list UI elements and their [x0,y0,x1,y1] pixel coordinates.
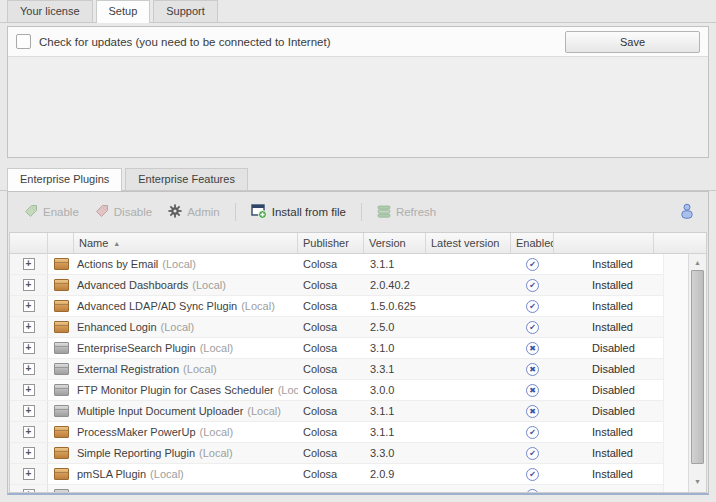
expand-row-icon[interactable]: + [23,489,35,492]
plugin-name: Advanced LDAP/AD Sync Plugin [77,300,237,312]
table-row[interactable]: + ✔ [10,485,663,492]
plugin-status: Disabled [554,401,654,421]
plugin-latest-version [426,275,511,295]
enabled-state-icon: ✖ [526,405,539,418]
gear-icon [168,204,182,220]
grid-right-filler [663,254,688,492]
scrollbar-down-arrow-icon[interactable]: ▼ [689,478,706,486]
tab-your-license[interactable]: Your license [7,0,93,22]
plugin-version: 3.1.1 [364,254,426,274]
install-from-file-button[interactable]: Install from file [245,201,352,224]
save-button[interactable]: Save [565,31,700,53]
enabled-state-icon: ✖ [526,363,539,376]
column-header-status[interactable] [554,233,654,253]
plugin-package-icon [54,468,69,480]
plugin-latest-version [426,443,511,463]
vertical-scrollbar[interactable]: ▲ ▼ [688,254,706,492]
table-row[interactable]: + Advanced LDAP/AD Sync Plugin (Local) C… [10,296,663,317]
expand-row-icon[interactable]: + [23,426,35,438]
plugin-publisher: Colosa [298,254,364,274]
table-row[interactable]: + External Registration (Local) Colosa 3… [10,359,663,380]
tab-setup[interactable]: Setup [96,0,151,23]
plugin-package-icon [54,342,69,354]
expand-row-icon[interactable]: + [23,300,35,312]
table-row[interactable]: + FTP Monitor Plugin for Cases Scheduler… [10,380,663,401]
column-header-version[interactable]: Version [364,233,426,253]
scrollbar-up-arrow-icon[interactable]: ▲ [689,259,706,267]
plugin-table-body: + Actions by Email (Local) Colosa 3.1.1 … [10,254,663,492]
table-row[interactable]: + ProcessMaker PowerUp (Local) Colosa 3.… [10,422,663,443]
column-header-name[interactable]: Name ▲ [74,233,298,253]
disable-button[interactable]: Disable [89,201,158,223]
plugin-latest-version [426,317,511,337]
table-row[interactable]: + Enhanced Login (Local) Colosa 2.5.0 ✔ … [10,317,663,338]
column-header-name-label: Name [79,237,108,249]
plugin-name: FTP Monitor Plugin for Cases Scheduler [77,384,274,396]
plugin-name: Simple Reporting Plugin [77,447,195,459]
plugin-name: ProcessMaker PowerUp [77,426,196,438]
plugin-latest-version [426,401,511,421]
disable-button-label: Disable [114,206,152,218]
column-header-latest-version[interactable]: Latest version [426,233,511,253]
plugin-package-icon [54,384,69,396]
scrollbar-thumb[interactable] [691,270,704,464]
table-row[interactable]: + EnterpriseSearch Plugin (Local) Colosa… [10,338,663,359]
plugin-package-icon [54,258,69,270]
plugin-status: Installed [554,254,654,274]
plugin-latest-version [426,380,511,400]
plugin-version: 3.3.0 [364,443,426,463]
expand-row-icon[interactable]: + [23,405,35,417]
table-row[interactable]: + Simple Reporting Plugin (Local) Colosa… [10,443,663,464]
table-row[interactable]: + pmSLA Plugin (Local) Colosa 2.0.9 ✔ In… [10,464,663,485]
plugin-publisher: Colosa [298,464,364,484]
tab-enterprise-plugins[interactable]: Enterprise Plugins [7,168,122,191]
enable-button[interactable]: Enable [18,201,85,223]
plugin-latest-version [426,485,511,492]
table-row[interactable]: + Advanced Dashboards (Local) Colosa 2.0… [10,275,663,296]
plugin-name: EnterpriseSearch Plugin [77,342,196,354]
column-header-filler [654,233,706,253]
plugin-publisher: Colosa [298,380,364,400]
enable-button-label: Enable [43,206,79,218]
expand-row-icon[interactable]: + [23,279,35,291]
plugin-scope: (Local) [192,279,226,291]
plugin-version: 2.5.0 [364,317,426,337]
plugin-latest-version [426,254,511,274]
plugin-name: External Registration [77,363,179,375]
tab-enterprise-features[interactable]: Enterprise Features [125,168,248,190]
expand-row-icon[interactable]: + [23,384,35,396]
plugin-publisher: Colosa [298,422,364,442]
expand-row-icon[interactable]: + [23,342,35,354]
enabled-state-icon: ✔ [526,279,539,292]
refresh-button[interactable]: Refresh [371,202,442,223]
column-header-expand [10,233,48,253]
plugin-package-icon [54,363,69,375]
install-from-file-label: Install from file [272,206,346,218]
plugin-status: Disabled [554,359,654,379]
expand-row-icon[interactable]: + [23,321,35,333]
enabled-state-icon: ✔ [526,321,539,334]
column-header-publisher[interactable]: Publisher [298,233,364,253]
enabled-state-icon: ✔ [526,300,539,313]
plugin-package-icon [54,300,69,312]
expand-row-icon[interactable]: + [23,447,35,459]
check-for-updates-checkbox[interactable] [16,34,31,49]
expand-row-icon[interactable]: + [23,468,35,480]
plugin-status [554,485,654,492]
plugin-package-icon [54,321,69,333]
setup-panel: Check for updates (you need to be connec… [7,26,709,158]
expand-row-icon[interactable]: + [23,258,35,270]
column-header-enabled[interactable]: Enabled [511,233,554,253]
grid-header: Name ▲ Publisher Version Latest version … [10,233,706,254]
enabled-state-icon: ✔ [526,426,539,439]
expand-row-icon[interactable]: + [23,363,35,375]
table-row[interactable]: + Multiple Input Document Uploader (Loca… [10,401,663,422]
plugin-publisher: Colosa [298,296,364,316]
plugin-name: Enhanced Login [77,321,157,333]
admin-button[interactable]: Admin [162,201,226,223]
plugin-package-icon [54,405,69,417]
tab-support[interactable]: Support [153,0,218,22]
refresh-database-icon [377,205,391,220]
plugin-name: Multiple Input Document Uploader [77,405,243,417]
table-row[interactable]: + Actions by Email (Local) Colosa 3.1.1 … [10,254,663,275]
